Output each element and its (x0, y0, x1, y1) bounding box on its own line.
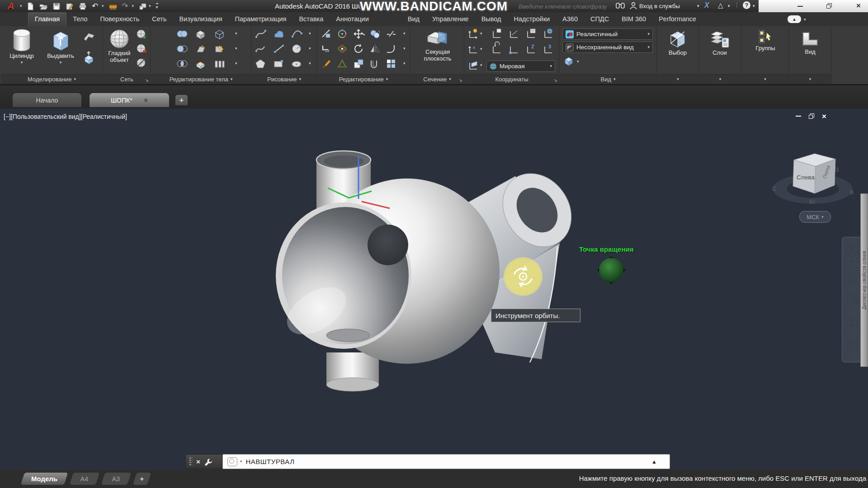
ucs-settings-icon[interactable] (528, 29, 535, 38)
user-avatar-icon[interactable] (629, 2, 637, 11)
rectangle-icon[interactable] (274, 60, 283, 67)
panel-view-tools-expander[interactable]: ▾ (789, 74, 831, 84)
tab-bim360[interactable]: BIM 360 (615, 12, 652, 26)
tab-telo[interactable]: Тело (66, 12, 94, 26)
chamfer-icon[interactable] (387, 31, 396, 37)
compass-east-label[interactable]: В (850, 189, 854, 196)
pan-hand-icon[interactable] (848, 273, 856, 283)
tab-annotatsii[interactable]: Аннотации (330, 12, 375, 26)
spline-icon[interactable] (255, 30, 266, 38)
panel-label-section[interactable]: Сечение▾ (410, 74, 464, 84)
compass-north-label[interactable]: С (772, 186, 776, 192)
solid-edit-row3-chevron-icon[interactable]: ▾ (235, 61, 237, 66)
tab-vyvod[interactable]: Вывод (475, 12, 508, 26)
ucs-x-icon[interactable]: x (469, 45, 477, 53)
drawing-restore-button[interactable] (809, 113, 814, 119)
rotate-gizmo-icon[interactable] (338, 29, 346, 38)
command-expand-icon[interactable]: ▲ (651, 459, 657, 465)
open-file-icon[interactable] (39, 2, 47, 10)
stretch-icon[interactable] (323, 46, 329, 52)
ucs-3point-icon[interactable]: 3 (545, 44, 552, 53)
sign-in-chevron-icon[interactable]: ▾ (697, 4, 699, 8)
measure-icon[interactable] (109, 2, 117, 10)
mesh-refine-add-icon[interactable] (137, 30, 146, 39)
ucs-z-axis-icon[interactable]: Z (528, 44, 535, 53)
ucs-object-icon[interactable] (510, 31, 518, 38)
named-view-dropdown[interactable]: Несохраненный вид ▾ (562, 42, 653, 53)
layout-tab-a3[interactable]: А3 (101, 473, 132, 485)
panel-label-mesh[interactable]: Сеть (104, 74, 150, 84)
ellipse-icon[interactable] (292, 61, 302, 67)
section-plane-button[interactable]: Секущая плоскость (419, 28, 457, 62)
viewcube-tool-icon[interactable] (563, 56, 574, 67)
circle-icon[interactable] (292, 45, 301, 53)
panel-label-modify[interactable]: Редактирование▾ (317, 74, 410, 84)
copy-icon[interactable] (371, 30, 380, 38)
solid-edit-row2-chevron-icon[interactable]: ▾ (235, 47, 237, 51)
draw-row1-chevron-icon[interactable]: ▾ (309, 32, 311, 36)
a360-icon[interactable]: △ (718, 1, 723, 9)
intersect-icon[interactable] (177, 61, 187, 67)
panel-label-draw[interactable]: Рисование▾ (252, 74, 316, 84)
tab-performance[interactable]: Performance (652, 12, 703, 26)
smooth-object-button[interactable]: Гладкий объект (104, 28, 134, 64)
separate-icon[interactable] (215, 61, 224, 67)
rotate-3d-icon[interactable] (338, 45, 346, 53)
tab-spds[interactable]: СПДС (584, 12, 615, 26)
polyline-icon[interactable] (255, 47, 264, 52)
viewcube-tool-chevron-icon[interactable]: ▾ (577, 60, 579, 64)
file-tab-close-icon[interactable]: × (144, 97, 148, 104)
ribbon-minimize-button[interactable]: ▲ (788, 15, 801, 23)
close-button[interactable]: × (856, 2, 861, 9)
drawing-close-button[interactable]: × (822, 113, 826, 120)
panel-selection-expander[interactable]: ▾ (657, 74, 698, 84)
shell-icon[interactable] (197, 62, 204, 69)
viewport-controls-label[interactable]: [−][Пользовательский вид][Реалистичный] (4, 113, 127, 120)
viewcube-cube[interactable]: Слева Перед (793, 154, 835, 193)
ucs-world-icon[interactable] (545, 29, 552, 38)
showmotion-icon[interactable] (847, 339, 858, 351)
orbit-tool-icon[interactable] (846, 318, 858, 329)
tab-vizualizatsiya[interactable]: Визуализация (173, 12, 229, 26)
model-tab[interactable]: Модель (21, 473, 68, 485)
save-as-icon[interactable] (66, 2, 74, 10)
layout-tab-a4[interactable]: А4 (70, 473, 100, 485)
tab-vstavka[interactable]: Вставка (292, 12, 330, 26)
selection-button[interactable]: Выбор (661, 30, 694, 56)
sign-in-button[interactable]: Вход в службы (639, 3, 680, 9)
polysolid-icon[interactable] (84, 33, 94, 41)
drawing-viewport[interactable]: [−][Пользовательский вид][Реалистичный] … (0, 108, 868, 470)
navigation-bar[interactable]: × ▾ ▾ ▾ (842, 237, 863, 362)
restore-button[interactable] (826, 3, 832, 9)
modify-row3-chevron-icon[interactable]: ▾ (403, 61, 406, 66)
save-icon[interactable] (52, 2, 61, 10)
app-menu-chevron-icon[interactable]: ▾ (20, 4, 22, 8)
command-close-icon[interactable]: × (196, 458, 200, 465)
taper-face-icon[interactable] (197, 46, 205, 52)
help-chevron-icon[interactable]: ▾ (753, 4, 755, 8)
extrude-face-icon[interactable] (197, 31, 204, 39)
tab-vid[interactable]: Вид (401, 12, 426, 26)
viewcube-face-label[interactable]: Слева (797, 174, 815, 181)
tab-a360[interactable]: A360 (556, 12, 584, 26)
tab-glavnaya[interactable]: Главная (28, 12, 66, 26)
ucs-previous-icon[interactable] (493, 42, 500, 53)
ucs-view-icon[interactable] (467, 60, 480, 71)
extrude-button[interactable]: Выдавить ▾ (42, 28, 79, 65)
panel-label-coordinates[interactable]: Координаты (465, 74, 559, 84)
panel-label-modeling[interactable]: Моделирование▾ (1, 74, 103, 84)
mesh-crease-icon[interactable] (137, 59, 145, 67)
navigation-wheel-icon[interactable] (846, 245, 858, 257)
search-input[interactable] (518, 2, 612, 11)
panel-groups-expander[interactable]: ▾ (742, 74, 788, 84)
subtract-icon[interactable] (177, 46, 187, 52)
panel-label-solid-editing[interactable]: Редактирование тела▾ (151, 74, 251, 84)
viewcube[interactable]: С Ю В З Слева Перед (769, 144, 861, 208)
search-binoculars-icon[interactable] (616, 2, 625, 10)
polygon-icon[interactable] (256, 60, 265, 68)
tab-parametrizatsiya[interactable]: Параметризация (228, 12, 292, 26)
command-input-field[interactable]: ▾ ▲ (222, 454, 670, 469)
undo-chevron-icon[interactable]: ▾ (102, 4, 104, 8)
plot-icon[interactable] (79, 2, 87, 10)
autocad-app-menu-icon[interactable]: A (2, 0, 20, 12)
